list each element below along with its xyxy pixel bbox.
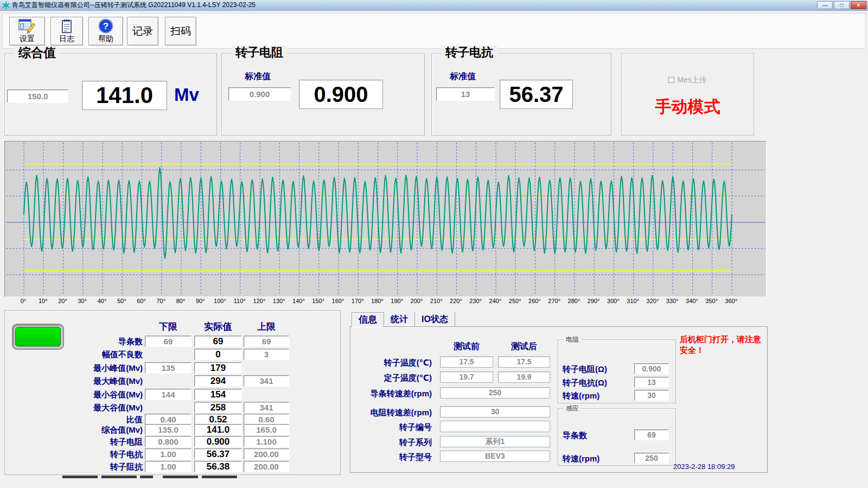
- info-tabs: 信息 统计 IO状态: [352, 312, 455, 327]
- scan-code-button[interactable]: 扫码: [165, 17, 196, 46]
- record-button-label: 记录: [132, 24, 153, 38]
- x-axis-tick-label: 30°: [78, 298, 87, 304]
- tab-io-status[interactable]: IO状态: [415, 312, 455, 327]
- limits-panel: 下限 实际值 上限 导条数696969幅值不良数03最小峰值(Mv)135179…: [4, 310, 341, 475]
- x-axis-tick-label: 90°: [196, 298, 205, 304]
- settings-button[interactable]: 设置: [9, 17, 45, 46]
- scan-button-label: 扫码: [170, 24, 191, 38]
- help-button[interactable]: ? 帮助: [88, 17, 123, 46]
- x-axis-tick-label: 20°: [58, 298, 67, 304]
- settings-icon: [18, 18, 36, 34]
- info-row-value: 30: [440, 406, 550, 418]
- tab-info[interactable]: 信息: [352, 312, 384, 327]
- composite-value-panel: 综合值 150.0 141.0 Mv: [4, 53, 217, 136]
- group-induction-speed-value: 250: [634, 453, 669, 464]
- waveform-svg: [5, 142, 766, 297]
- x-axis-tick-label: 60°: [137, 298, 146, 304]
- x-axis-tick-label: 260°: [528, 298, 541, 304]
- limits-row-label: 转子电阻: [37, 436, 143, 447]
- info-before-value: 17.5: [440, 356, 493, 368]
- x-axis-tick-label: 300°: [607, 298, 620, 304]
- limits-upper-value: 1.100: [244, 436, 289, 447]
- limits-actual-value: 56.38: [194, 461, 242, 472]
- limits-upper-value: 341: [244, 402, 289, 413]
- log-button[interactable]: 日志: [50, 17, 83, 46]
- resistance-panel-title: 转子电阻: [232, 46, 287, 60]
- rotor-reactance-panel: 转子电抗 标准值 13 56.37: [431, 53, 611, 136]
- x-axis-tick-label: 40°: [98, 298, 107, 304]
- x-axis-tick-label: 280°: [568, 298, 580, 304]
- info-row-value[interactable]: BEV3: [440, 451, 550, 462]
- limits-lower-value: 0.40: [145, 414, 192, 425]
- mes-upload-row: Mes上传: [622, 75, 754, 85]
- limits-upper-value: 200.00: [244, 448, 289, 460]
- x-axis-tick-label: 210°: [430, 298, 443, 304]
- after-test-header: 测试后: [498, 341, 550, 352]
- reactance-panel-title: 转子电抗: [442, 46, 497, 60]
- limits-actual-value: 258: [194, 402, 242, 413]
- x-axis-tick-label: 330°: [666, 298, 679, 304]
- app-icon: [2, 2, 10, 9]
- group-rotor-reactance-value: 13: [634, 377, 669, 388]
- limits-header-actual: 实际值: [194, 320, 242, 333]
- limits-lower-value: 69: [145, 336, 192, 347]
- info-row-label: 定子温度(℃): [350, 372, 432, 383]
- resistance-actual-value: 0.900: [299, 80, 383, 109]
- reactance-actual-value: 56.37: [500, 80, 573, 109]
- composite-unit: Mv: [174, 85, 199, 105]
- group-bar-count-value: 69: [634, 429, 669, 440]
- resistance-standard-label: 标准值: [245, 71, 271, 82]
- limits-actual-value: 294: [194, 375, 242, 387]
- close-button[interactable]: ×: [851, 1, 866, 9]
- x-axis-tick-label: 240°: [489, 298, 502, 304]
- titlebar: 青岛艾普智能仪器有限公司--压铸转子测试系统 G202211049 V1.1.4…: [0, 0, 868, 11]
- limits-upper-value: 165.0: [244, 424, 289, 435]
- group-rotor-resistance-value: 0.900: [634, 363, 669, 374]
- info-row-value[interactable]: 系列1: [440, 436, 550, 447]
- mes-upload-checkbox: [668, 77, 674, 83]
- mode-panel: Mes上传 手动模式: [621, 53, 754, 136]
- x-axis-tick-label: 80°: [176, 298, 186, 304]
- waveform-chart: [4, 141, 767, 297]
- chart-x-axis: 0°10°20°30°40°50°60°70°80°90°100°110°120…: [4, 298, 767, 307]
- record-button[interactable]: 记录: [127, 17, 158, 46]
- x-axis-tick-label: 350°: [705, 298, 718, 304]
- group-rotor-reactance-label: 转子电抗(Ω): [563, 377, 607, 388]
- limits-row-label: 综合值(Mv): [37, 425, 143, 435]
- minimize-button[interactable]: —: [817, 1, 833, 9]
- group-induction-speed-label: 转速(rpm): [563, 453, 599, 464]
- info-row-label: 转子编号: [350, 421, 432, 433]
- info-row-value[interactable]: [440, 421, 550, 432]
- resistance-group: 电阻 转子电阻(Ω) 0.900 转子电抗(Ω) 13 转速(rpm) 30: [558, 339, 676, 403]
- limits-row-label: 比值: [37, 414, 143, 425]
- mes-upload-label: Mes上传: [677, 75, 706, 84]
- limits-upper-value: 341: [244, 375, 289, 387]
- limits-lower-value: 135: [145, 362, 192, 374]
- limits-actual-value: 0.900: [194, 436, 242, 447]
- x-axis-tick-label: 340°: [686, 298, 698, 304]
- limits-header-lower: 下限: [145, 320, 192, 333]
- info-after-value: 17.5: [498, 356, 550, 368]
- limits-row-label: 最小谷值(Mv): [37, 389, 143, 400]
- toolbar: 设置 日志 ? 帮助 记录 扫码: [2, 13, 866, 49]
- limits-actual-value: 154: [194, 389, 242, 400]
- limits-row-label: 转子阻抗: [37, 461, 143, 472]
- limits-row-label: 幅值不良数: [37, 349, 143, 360]
- limits-upper-value: 3: [244, 349, 289, 360]
- maximize-button[interactable]: □: [834, 1, 850, 9]
- x-axis-tick-label: 150°: [312, 298, 324, 304]
- x-axis-tick-label: 140°: [292, 298, 305, 304]
- timestamp: 2023-2-28 18:09:29: [673, 463, 735, 471]
- induction-group-title: 感应: [563, 404, 582, 413]
- limits-upper-value: 69: [244, 336, 289, 347]
- x-axis-tick-label: 270°: [548, 298, 560, 304]
- limits-actual-value: 69: [194, 336, 242, 347]
- limits-actual-value: 141.0: [194, 424, 242, 435]
- limits-row-label: 导条数: [37, 336, 143, 347]
- info-after-value: 19.9: [498, 371, 550, 383]
- tab-statistics[interactable]: 统计: [384, 312, 415, 327]
- x-axis-tick-label: 250°: [509, 298, 521, 304]
- x-axis-tick-label: 180°: [371, 298, 384, 304]
- x-axis-tick-label: 110°: [234, 298, 246, 304]
- info-row-label: 电阻转速差(rpm): [350, 407, 432, 418]
